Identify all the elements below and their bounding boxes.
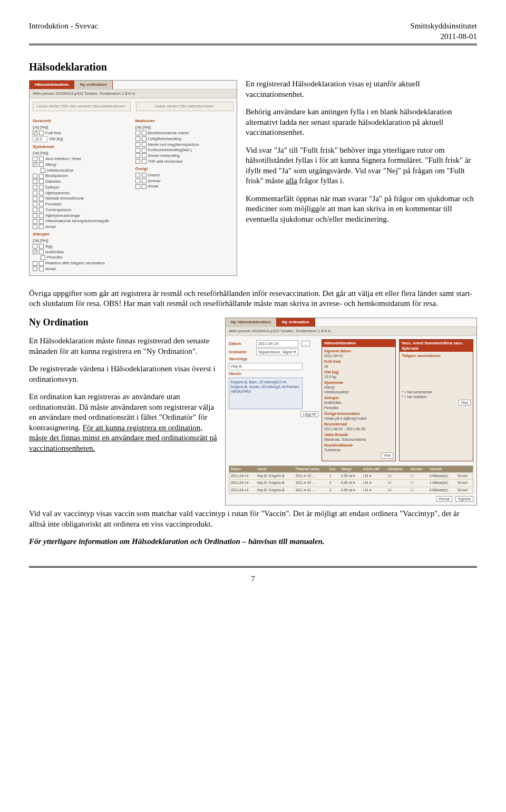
reseforhallande-value: Turistresa (324, 448, 393, 452)
vaccintyp-select[interactable]: Hep B (229, 363, 303, 370)
cb[interactable] (135, 179, 140, 183)
table-cell: Hep B / Engerix-B (256, 480, 294, 487)
cb[interactable] (135, 131, 140, 135)
table-cell: I.M. ▾ (362, 472, 386, 479)
table-cell: Hep B / Engerix-B (256, 472, 294, 479)
cb[interactable] (33, 196, 37, 201)
cb-infekt[interactable] (41, 168, 45, 173)
text-span: frågor fyllas i. (297, 176, 344, 185)
fullt-frisk-ja-checkbox[interactable] (33, 131, 37, 135)
cb[interactable] (39, 219, 44, 224)
cb[interactable] (33, 207, 37, 212)
th: Intervall (428, 466, 455, 472)
th: Dos (328, 466, 339, 472)
cb[interactable] (39, 179, 44, 184)
tab-ny-ordination[interactable]: Ny ordination (74, 81, 113, 89)
cb[interactable] (33, 191, 37, 195)
cb[interactable] (39, 250, 44, 254)
cb[interactable] (142, 184, 147, 189)
rensa-button[interactable]: Rensa (436, 496, 452, 502)
cb[interactable] (142, 131, 147, 135)
cb[interactable] (135, 153, 140, 158)
cb[interactable] (135, 184, 140, 189)
cb[interactable] (39, 213, 44, 218)
cb[interactable] (33, 261, 37, 266)
signera-button[interactable]: Signera (455, 496, 473, 502)
table-cell[interactable]: Ta bort (455, 480, 473, 487)
ja-nej-labels: [Ja] [Nej] (33, 125, 131, 130)
cb-allergi-ja[interactable] (33, 162, 37, 167)
row-label: Annat (45, 224, 56, 230)
signerat-datum-value: 2011-04-01 (324, 353, 393, 358)
cb[interactable] (33, 213, 37, 218)
tab-halsodeklaration[interactable]: Hälsodeklaration (30, 81, 74, 89)
tidigare-vaccinationer-heading: Tidigare vaccinationer (402, 353, 471, 358)
cb[interactable] (142, 173, 147, 177)
vikt-input[interactable]: 15.5 (33, 136, 47, 142)
tab-ny-ordination-active[interactable]: Ny ordination (277, 318, 315, 326)
cb[interactable] (142, 148, 147, 153)
cb[interactable] (33, 224, 37, 229)
cb[interactable] (142, 142, 147, 147)
cb[interactable] (142, 179, 147, 183)
cb[interactable] (39, 191, 44, 195)
datum-input[interactable]: 2011-04-14 (256, 340, 298, 348)
cb[interactable] (39, 202, 44, 206)
cb[interactable] (39, 244, 44, 249)
table-cell: ☑ (386, 472, 410, 479)
halsodeklaration-block: Hälsodeklaration Ny ordination Aktiv per… (29, 79, 477, 279)
cb[interactable] (33, 219, 37, 224)
cb[interactable] (33, 179, 37, 184)
cb[interactable] (135, 159, 140, 164)
table-cell: 2011 ▾ 41 ... (294, 487, 328, 493)
cb[interactable] (33, 266, 37, 271)
aktiv-person-bar: Aktiv person 20100414-p333 Torsten, Tors… (30, 89, 237, 98)
cb[interactable] (39, 174, 44, 179)
cb[interactable] (41, 255, 45, 260)
table-cell[interactable]: Ta bort (455, 487, 473, 493)
row-label: Diabetes (45, 179, 61, 184)
fullt-frisk-nej-checkbox[interactable] (39, 131, 44, 135)
cb[interactable] (39, 266, 44, 271)
vaccin-listbox[interactable]: Engerix-B, Barn, 10 mikrog/0,5 ml Engeri… (229, 378, 303, 409)
row-label: Inflammatorisk tarmsjukdom/magsår (45, 219, 109, 224)
cb[interactable] (39, 261, 44, 266)
cb[interactable] (33, 185, 37, 190)
cb[interactable] (33, 244, 37, 249)
cb[interactable] (135, 148, 140, 153)
cb[interactable] (135, 142, 140, 147)
cb[interactable] (39, 196, 44, 201)
paragraph: Vid val av vaccintyp visas vaccin som ma… (29, 509, 477, 529)
ovrigt-heading: Övrigt (135, 166, 234, 172)
visa-button-2[interactable]: Visa (459, 400, 471, 405)
cb[interactable] (33, 202, 37, 206)
cb[interactable] (135, 136, 140, 141)
cb-allergi-nej[interactable] (39, 162, 44, 167)
cb[interactable] (142, 159, 147, 164)
table-cell[interactable]: Ta bort (455, 472, 473, 479)
allergier-heading: Allergier (33, 232, 131, 237)
cb[interactable] (39, 185, 44, 190)
header-date: 2011-08-01 (410, 32, 477, 42)
ja-nej-labels-4: [Ja] [Nej] (135, 125, 234, 130)
ladda-senaste-button[interactable]: Ladda värden från den senaste hälsodekla… (33, 102, 131, 111)
cb[interactable] (142, 153, 147, 158)
cb-akut-ja[interactable] (33, 156, 37, 161)
ny-ordination-block: Ny hälsodeklaration Ny ordination Aktiv … (29, 316, 477, 509)
cb[interactable] (39, 224, 44, 229)
cb[interactable] (135, 173, 140, 177)
ovriga-kommentarer-label: Övriga kommentarer (324, 411, 393, 416)
cb-akut-nej[interactable] (39, 156, 44, 161)
cb-antibiotika-ja[interactable] (33, 250, 37, 254)
cb[interactable] (33, 174, 37, 179)
lagg-till-button[interactable]: Lägg till (300, 411, 318, 417)
ladda-patientportal-button[interactable]: Ladda värden från patientportalen. (136, 102, 234, 111)
cb[interactable] (142, 136, 147, 141)
table-cell: 2 (328, 480, 339, 487)
visa-button[interactable]: Visa (381, 452, 394, 458)
ordinator-select[interactable]: Sigvardsson, Signe ▾ (256, 349, 298, 356)
row-label: Hjärtrytmrubbningar (45, 213, 80, 219)
cb[interactable] (39, 207, 44, 212)
tab-ny-halsodeklaration[interactable]: Ny hälsodeklaration (226, 318, 277, 326)
date-picker-button[interactable]: ... (301, 341, 310, 346)
